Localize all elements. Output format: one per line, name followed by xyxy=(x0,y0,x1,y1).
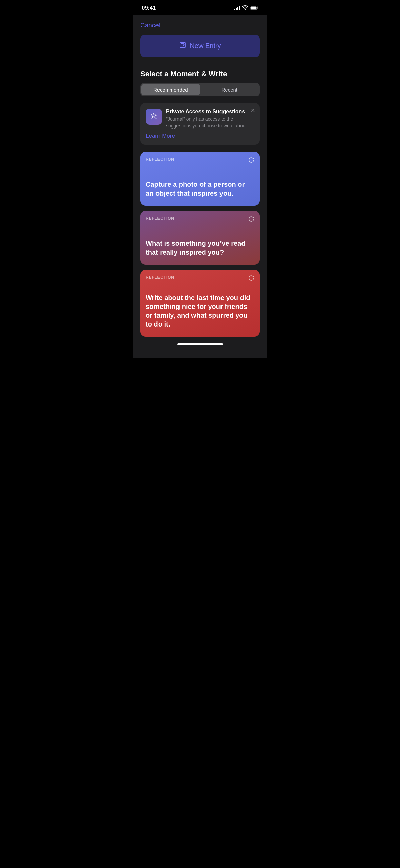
info-card-text: Private Access to Suggestions "Journal" … xyxy=(166,108,254,129)
cancel-button[interactable]: Cancel xyxy=(140,22,160,29)
reflection-text-3: Write about the last time you did someth… xyxy=(146,293,254,329)
segment-control: Recommended Recent xyxy=(140,83,260,96)
segment-recommended[interactable]: Recommended xyxy=(141,84,200,95)
learn-more-button[interactable]: Learn More xyxy=(146,129,175,139)
info-card-description: "Journal" only has access to the suggest… xyxy=(166,116,254,129)
status-icons xyxy=(234,5,258,11)
status-bar: 09:41 xyxy=(133,0,267,15)
main-content: Cancel New Entry Select a Moment & Write… xyxy=(133,15,267,358)
refresh-button-2[interactable] xyxy=(248,215,255,224)
signal-icon xyxy=(234,6,240,10)
top-area: Cancel New Entry xyxy=(133,15,267,63)
new-entry-button[interactable]: New Entry xyxy=(140,35,260,57)
info-card-header: Private Access to Suggestions "Journal" … xyxy=(146,108,254,129)
info-card: Private Access to Suggestions "Journal" … xyxy=(140,103,260,145)
new-entry-label: New Entry xyxy=(190,42,221,50)
svg-rect-1 xyxy=(251,7,257,9)
reflection-text-2: What is something you’ve read that reall… xyxy=(146,239,254,257)
segment-recent[interactable]: Recent xyxy=(200,84,259,95)
battery-icon xyxy=(250,5,258,11)
status-time: 09:41 xyxy=(142,5,156,12)
info-card-close-button[interactable]: ✕ xyxy=(251,108,255,113)
svg-point-4 xyxy=(156,118,157,119)
reflection-label-2: REFLECTION xyxy=(146,216,254,221)
section-title: Select a Moment & Write xyxy=(133,63,267,83)
wifi-icon xyxy=(242,5,248,11)
refresh-button-1[interactable] xyxy=(248,156,255,165)
info-card-title: Private Access to Suggestions xyxy=(166,108,254,115)
reflection-card-3[interactable]: REFLECTION Write about the last time you… xyxy=(140,270,260,337)
edit-icon xyxy=(179,41,186,51)
reflection-label-1: REFLECTION xyxy=(146,157,254,162)
home-indicator xyxy=(177,343,223,345)
suggestions-icon xyxy=(146,108,162,125)
reflection-card-2[interactable]: REFLECTION What is something you’ve read… xyxy=(140,211,260,265)
reflection-label-3: REFLECTION xyxy=(146,275,254,280)
svg-point-3 xyxy=(151,114,152,115)
reflection-text-1: Capture a photo of a person or an object… xyxy=(146,180,254,198)
refresh-button-3[interactable] xyxy=(248,274,255,283)
reflection-card-1[interactable]: REFLECTION Capture a photo of a person o… xyxy=(140,152,260,206)
